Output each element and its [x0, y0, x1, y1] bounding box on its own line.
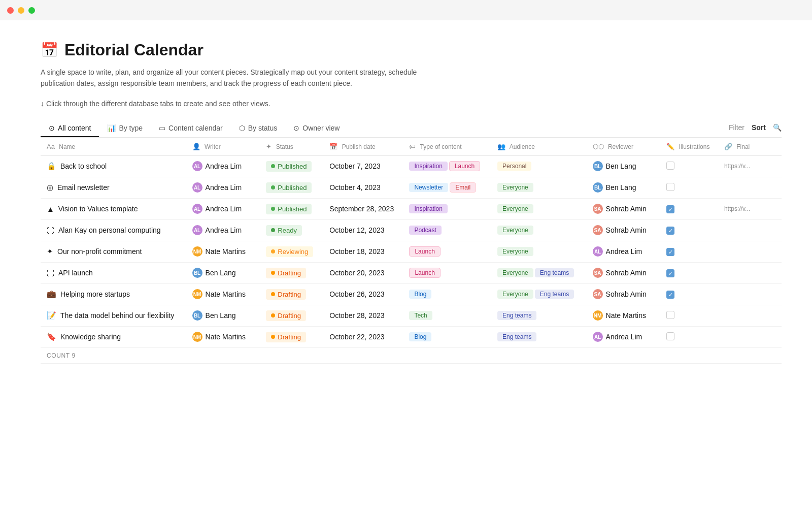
cell-illustrations-6[interactable]: ✓: [660, 262, 718, 283]
minimize-button[interactable]: [18, 7, 24, 14]
cell-type-7: Blog: [403, 283, 491, 305]
cell-reviewer-6: SASohrab Amin: [587, 262, 661, 283]
tab-by-type[interactable]: 📊 By type: [99, 120, 151, 137]
reviewer-name: Andrea Lim: [606, 333, 642, 341]
maximize-button[interactable]: [28, 7, 35, 14]
writer-name: Nate Martins: [206, 333, 246, 341]
status-col-icon: ✦: [266, 143, 272, 150]
close-button[interactable]: [7, 7, 14, 14]
cell-reviewer-3: SASohrab Amin: [587, 198, 661, 219]
titlebar: [0, 0, 812, 20]
table-row[interactable]: ⛶Alan Kay on personal computingALAndrea …: [41, 219, 782, 241]
col-header-type: 🏷 Type of content: [403, 138, 491, 156]
writer-name: Nate Martins: [206, 247, 246, 256]
audience-col-icon: 👥: [497, 143, 505, 150]
type-tag: Inspiration: [409, 204, 447, 213]
checkbox[interactable]: ✓: [666, 269, 674, 277]
cell-illustrations-5[interactable]: ✓: [660, 241, 718, 262]
status-badge: Reviewing: [266, 246, 313, 257]
page-hint: ↓ Click through the different database t…: [41, 100, 782, 108]
col-header-illustrations: ✏️ Illustrations: [660, 138, 718, 156]
count-value: 9: [72, 352, 75, 359]
status-dot: [271, 185, 275, 189]
cell-illustrations-2[interactable]: [660, 177, 718, 198]
type-tag: Launch: [409, 246, 440, 257]
final-col-icon: 🔗: [724, 143, 732, 150]
avatar: SA: [593, 204, 603, 214]
cell-illustrations-1[interactable]: [660, 155, 718, 177]
table-row[interactable]: ✦Our non-profit commitmentNMNate Martins…: [41, 241, 782, 262]
cell-pubdate-2: October 4, 2023: [323, 177, 403, 198]
table-row[interactable]: 📝The data model behind our flexibilityBL…: [41, 305, 782, 326]
cell-illustrations-7[interactable]: ✓: [660, 283, 718, 305]
cell-illustrations-4[interactable]: ✓: [660, 219, 718, 241]
status-dot: [271, 164, 275, 168]
row-icon: ◎: [47, 183, 53, 192]
tab-by-status[interactable]: ⬡ By status: [231, 120, 286, 137]
sort-button[interactable]: Sort: [752, 123, 766, 132]
status-dot: [271, 228, 275, 232]
tab-owner-view[interactable]: ⊙ Owner view: [285, 120, 348, 137]
tabs-actions: Filter Sort 🔍: [729, 123, 782, 134]
cell-illustrations-3[interactable]: ✓: [660, 198, 718, 219]
filter-button[interactable]: Filter: [729, 123, 745, 132]
cell-type-9: Blog: [403, 326, 491, 347]
cell-audience-4: Everyone: [491, 219, 586, 241]
table-row[interactable]: 💼Helping more startupsNMNate MartinsDraf…: [41, 283, 782, 305]
avatar: NM: [192, 246, 202, 257]
search-icon[interactable]: 🔍: [773, 123, 782, 132]
cell-type-1: InspirationLaunch: [403, 155, 491, 177]
cell-name-8: 📝The data model behind our flexibility: [41, 305, 186, 326]
row-icon: ✦: [47, 247, 53, 256]
type-tag: Newsletter: [409, 183, 448, 192]
reviewer-name: Sohrab Amin: [606, 226, 647, 234]
checkbox[interactable]: ✓: [666, 248, 674, 256]
table-row[interactable]: ⛶API launchBLBen LangDraftingOctober 20,…: [41, 262, 782, 283]
cell-name-9: 🔖Knowledge sharing: [41, 326, 186, 347]
cell-name-1: 🔒Back to school: [41, 155, 186, 177]
checkbox[interactable]: ✓: [666, 227, 674, 235]
cell-illustrations-8[interactable]: [660, 305, 718, 326]
table-row[interactable]: 🔒Back to schoolALAndrea LimPublishedOcto…: [41, 155, 782, 177]
count-label: COUNT: [47, 352, 72, 359]
tab-all-content[interactable]: ⊙ All content: [41, 120, 99, 137]
table-row[interactable]: 🔖Knowledge sharingNMNate MartinsDrafting…: [41, 326, 782, 347]
tab-content-calendar[interactable]: ▭ Content calendar: [151, 120, 231, 137]
checkbox[interactable]: [666, 162, 674, 170]
checkbox[interactable]: ✓: [666, 205, 674, 213]
checkbox[interactable]: ✓: [666, 291, 674, 299]
cell-type-6: Launch: [403, 262, 491, 283]
audience-tag: Everyone: [497, 268, 533, 277]
cell-reviewer-2: BLBen Lang: [587, 177, 661, 198]
cell-final-9: [718, 326, 782, 347]
audience-tag: Everyone: [497, 247, 533, 256]
cell-type-2: NewsletterEmail: [403, 177, 491, 198]
checkbox[interactable]: [666, 311, 674, 319]
row-icon: ⛶: [47, 269, 54, 277]
cell-pubdate-3: September 28, 2023: [323, 198, 403, 219]
checkbox[interactable]: [666, 332, 674, 340]
audience-tag: Eng teams: [535, 268, 574, 277]
writer-name: Andrea Lim: [206, 205, 242, 213]
row-icon: 📝: [47, 311, 56, 320]
writer-col-icon: 👤: [192, 143, 200, 150]
cell-status-8: Drafting: [260, 305, 323, 326]
status-dot: [271, 207, 275, 211]
checkbox[interactable]: [666, 183, 674, 191]
owner-view-icon: ⊙: [293, 124, 299, 132]
cell-pubdate-6: October 20, 2023: [323, 262, 403, 283]
cell-pubdate-7: October 26, 2023: [323, 283, 403, 305]
cell-writer-9: NMNate Martins: [186, 326, 260, 347]
cell-illustrations-9[interactable]: [660, 326, 718, 347]
cell-status-6: Drafting: [260, 262, 323, 283]
avatar: AL: [192, 225, 202, 235]
avatar: AL: [192, 161, 202, 171]
row-title: The data model behind our flexibility: [60, 311, 174, 320]
avatar: AL: [593, 332, 603, 342]
by-type-icon: 📊: [107, 124, 116, 132]
count-row: COUNT 9: [41, 347, 782, 363]
table-row[interactable]: ▲Vision to Values templateALAndrea LimPu…: [41, 198, 782, 219]
audience-tag: Everyone: [497, 183, 533, 192]
table-row[interactable]: ◎Email newsletterALAndrea LimPublishedOc…: [41, 177, 782, 198]
table-header-row: Aa Name 👤 Writer ✦ Status 📅 Publish date: [41, 138, 782, 156]
